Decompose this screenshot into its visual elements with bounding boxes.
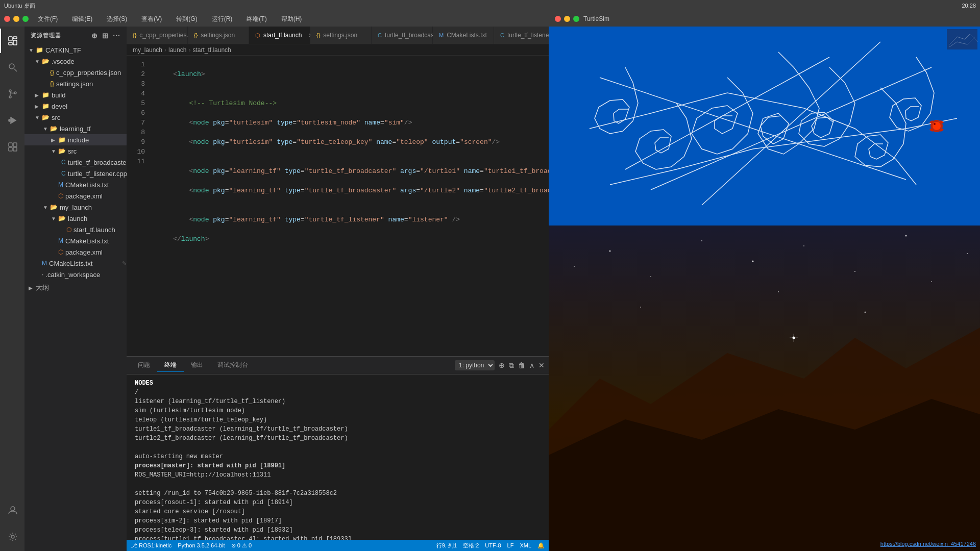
menu-view[interactable]: 查看(V) bbox=[137, 14, 166, 24]
breadcrumb-start-tf[interactable]: start_tf.launch bbox=[192, 46, 231, 54]
new-folder-icon[interactable]: ⊞ bbox=[102, 32, 109, 40]
tab-label-settings: settings.json bbox=[201, 32, 235, 39]
tree-item-cpp-properties[interactable]: {} c_cpp_properties.json bbox=[24, 67, 127, 78]
panel-tab-problems[interactable]: 问题 bbox=[131, 359, 157, 372]
status-errors[interactable]: ⊗ 0 ⚠ 0 bbox=[231, 542, 252, 549]
tree-item-root-cmake[interactable]: M CMakeLists.txt ✎ bbox=[24, 258, 127, 269]
chevron-up-icon[interactable]: ∧ bbox=[529, 361, 534, 369]
menu-bar: 文件(F) 编辑(E) 选择(S) 查看(V) 转到(G) 运行(R) 终端(T… bbox=[0, 11, 549, 27]
svg-rect-11 bbox=[9, 143, 12, 146]
tree-item-start-tf[interactable]: ⬡ start_tf.launch bbox=[24, 224, 127, 235]
tab-settings2[interactable]: {} settings.json bbox=[310, 27, 372, 44]
svg-point-38 bbox=[967, 253, 968, 254]
system-bar: Ubuntu 桌面 20:28 bbox=[0, 0, 980, 11]
menu-goto[interactable]: 转到(G) bbox=[172, 14, 201, 24]
new-file-icon[interactable]: ⊕ bbox=[91, 32, 98, 40]
tree-item-src-learning[interactable]: ▼ 📂 src bbox=[24, 145, 127, 157]
activity-search[interactable] bbox=[0, 55, 24, 80]
status-lang[interactable]: XML bbox=[520, 542, 531, 548]
status-python[interactable]: Python 3.5.2 64-bit bbox=[178, 542, 225, 548]
tree-item-vscode[interactable]: ▼ 📂 .vscode bbox=[24, 56, 127, 67]
csdn-link[interactable]: https://blog.csdn.net/weixin_45417246 bbox=[880, 541, 976, 547]
tree-item-package-my[interactable]: ⬡ package.xml bbox=[24, 246, 127, 258]
tree-item-cmake-learning[interactable]: M CMakeLists.txt bbox=[24, 179, 127, 190]
svg-point-29 bbox=[574, 266, 575, 267]
tab-cpp-properties[interactable]: {} c_cpp_properties.json bbox=[127, 27, 188, 44]
tree-item-launch-folder[interactable]: ▼ 📂 launch bbox=[24, 213, 127, 224]
menu-help[interactable]: 帮助(H) bbox=[277, 14, 306, 24]
code-line-4: <node pkg="turtlesim" type="turtlesim_no… bbox=[157, 118, 549, 128]
code-line-5: <node pkg="turtlesim" type="turtle_teleo… bbox=[157, 137, 549, 147]
tree-item-listener-cpp[interactable]: C turtle_tf_listener.cpp bbox=[24, 168, 127, 179]
tree-item-broadcaster[interactable]: C turtle_tf_broadcaster.... bbox=[24, 157, 127, 168]
menu-terminal[interactable]: 终端(T) bbox=[242, 14, 271, 24]
maximize-button[interactable] bbox=[22, 16, 29, 22]
tree-item-settings[interactable]: {} settings.json bbox=[24, 78, 127, 89]
vscode-body: 资源管理器 ⊕ ⊞ ··· ▼ 📁 CATKIN_TF bbox=[0, 27, 549, 551]
activity-git[interactable] bbox=[0, 82, 24, 106]
tree-item-build[interactable]: ▶ 📁 build bbox=[24, 89, 127, 101]
tree-root[interactable]: ▼ 📁 CATKIN_TF bbox=[24, 44, 127, 56]
panel-tab-output[interactable]: 输出 bbox=[184, 359, 210, 372]
system-bar-left: Ubuntu 桌面 bbox=[4, 2, 35, 10]
ts-min[interactable] bbox=[564, 16, 570, 22]
close-button[interactable] bbox=[4, 16, 10, 22]
breadcrumb-my-launch[interactable]: my_launch bbox=[133, 46, 162, 54]
tab-listener[interactable]: C turtle_tf_listener.cpp bbox=[494, 27, 549, 44]
activity-explorer[interactable] bbox=[0, 29, 24, 53]
menu-edit[interactable]: 编辑(E) bbox=[68, 14, 96, 24]
tab-cmake[interactable]: M CMakeLists.txt bbox=[433, 27, 494, 44]
new-terminal-icon[interactable]: ⊕ bbox=[499, 361, 505, 369]
svg-rect-2 bbox=[13, 40, 17, 45]
tab-broadcaster[interactable]: C turtle_tf_broadcaster.cpp bbox=[372, 27, 433, 44]
menu-file[interactable]: 文件(F) bbox=[34, 14, 62, 24]
status-bell-icon[interactable]: 🔔 bbox=[537, 542, 545, 549]
terminal[interactable]: NODES / listener (learning_tf/turtle_tf_… bbox=[127, 374, 549, 540]
tree-item-package-learning[interactable]: ⬡ package.xml bbox=[24, 190, 127, 202]
terminal-select[interactable]: 1: python bbox=[455, 360, 495, 370]
window-controls bbox=[4, 16, 29, 22]
terminal-line-sim2: process[sim-2]: started with pid [18917] bbox=[135, 516, 541, 525]
terminal-line-teleop: teleop (turtlesim/turtle_teleop_key) bbox=[135, 415, 541, 424]
status-encoding[interactable]: UTF-8 bbox=[485, 542, 501, 548]
code-editor[interactable]: 12345 67891011 <launch> <!-- Turtlesim N… bbox=[127, 56, 549, 356]
status-eol[interactable]: LF bbox=[507, 542, 514, 548]
panel-tab-debug[interactable]: 调试控制台 bbox=[210, 359, 255, 372]
breadcrumb-launch[interactable]: launch bbox=[168, 46, 186, 54]
more-actions-icon[interactable]: ··· bbox=[113, 32, 120, 40]
panel-tab-terminal[interactable]: 终端 bbox=[157, 359, 184, 372]
stars-svg bbox=[549, 226, 980, 551]
status-spaces[interactable]: 空格:2 bbox=[463, 542, 479, 549]
svg-point-23 bbox=[934, 123, 936, 125]
tree-item-learning-tf[interactable]: ▼ 📂 learning_tf bbox=[24, 123, 127, 134]
status-ros[interactable]: ⎇ ROS1:kinetic bbox=[131, 542, 172, 549]
activity-settings[interactable] bbox=[0, 524, 24, 549]
tab-start-tf[interactable]: ⬡ start_tf.launch ✕ bbox=[249, 27, 310, 44]
minimize-button[interactable] bbox=[13, 16, 19, 22]
tree-item-my-launch[interactable]: ▼ 📂 my_launch bbox=[24, 202, 127, 213]
terminal-line-auto: auto-starting new master bbox=[135, 452, 541, 461]
sidebar-header-icons[interactable]: ⊕ ⊞ ··· bbox=[91, 32, 120, 40]
split-terminal-icon[interactable]: ⧉ bbox=[509, 361, 514, 370]
tree-item-catkin-workspace[interactable]: · .catkin_workspace bbox=[24, 269, 127, 280]
trash-icon[interactable]: 🗑 bbox=[518, 361, 525, 369]
tree-item-cmake-my[interactable]: M CMakeLists.txt bbox=[24, 235, 127, 246]
close-panel-icon[interactable]: ✕ bbox=[538, 361, 545, 369]
activity-extensions[interactable] bbox=[0, 135, 24, 159]
status-position[interactable]: 行9, 列1 bbox=[436, 542, 457, 549]
activity-account[interactable] bbox=[0, 498, 24, 522]
ts-max[interactable] bbox=[573, 16, 579, 22]
ts-close[interactable] bbox=[555, 16, 561, 22]
activity-debug[interactable] bbox=[0, 108, 24, 133]
tab-label-cmake: CMakeLists.txt bbox=[447, 32, 487, 39]
tree-item-include[interactable]: ▶ 📁 include bbox=[24, 134, 127, 145]
tree-item-src[interactable]: ▼ 📂 src bbox=[24, 112, 127, 123]
tab-icon-settings: {} bbox=[194, 32, 198, 38]
menu-select[interactable]: 选择(S) bbox=[103, 14, 131, 24]
tree-outline[interactable]: ▶ 大纲 bbox=[24, 282, 127, 293]
tab-settings[interactable]: {} settings.json bbox=[188, 27, 249, 44]
panel-tabs: 问题 终端 输出 调试控制台 1: python ⊕ ⧉ 🗑 ∧ ✕ bbox=[127, 357, 549, 374]
tree-item-devel[interactable]: ▶ 📁 devel bbox=[24, 101, 127, 112]
menu-run[interactable]: 运行(R) bbox=[208, 14, 237, 24]
terminal-line-master: process[master]: started with pid [18901… bbox=[135, 461, 541, 470]
